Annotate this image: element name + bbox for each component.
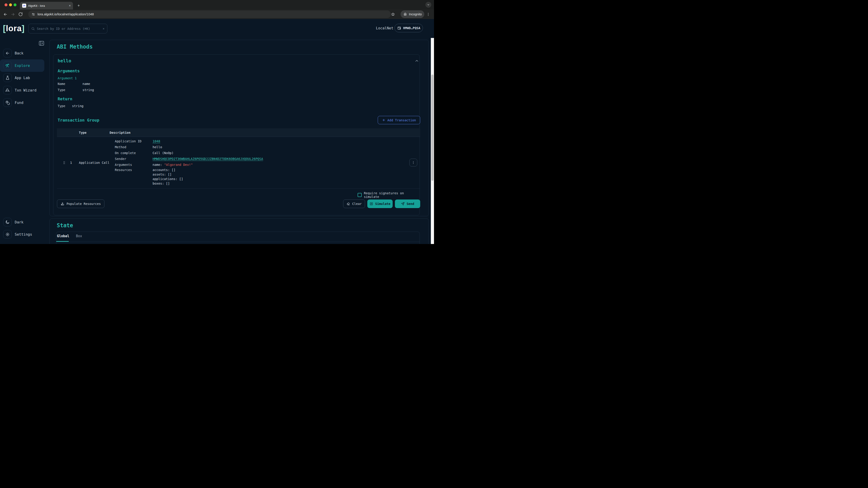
resources-boxes: boxes: [] (153, 181, 183, 186)
wallet-address-label: HMWD…PQSA (403, 26, 421, 30)
description-line: Sender HMWDSHQCOPD2T36WBAHLAZ6PO5GDJJZBN… (115, 156, 263, 162)
populate-resources-label: Populate Resources (66, 202, 101, 205)
sidebar-item-app-lab[interactable]: App Lab (3, 73, 30, 82)
clear-button[interactable]: Clear (343, 199, 365, 208)
browser-tab[interactable]: ak AlgoKit - lora × (20, 2, 73, 9)
argument-row: Type string (58, 88, 94, 92)
row-type: Application Call (79, 161, 110, 164)
reload-button[interactable] (17, 10, 24, 18)
abi-methods-section: ABI Methods hello Arguments Argument 1 N… (50, 40, 429, 216)
global-search[interactable]: ✕ (28, 24, 107, 33)
state-tabs-card: Global Box (56, 232, 420, 244)
drag-handle[interactable] (62, 160, 66, 165)
abi-methods-title: ABI Methods (57, 43, 93, 50)
sender-address-link[interactable]: HMWDSHQCOPD2T36WBAHLAZ6PO5GDJJZBN4D2TODK… (153, 157, 263, 161)
gear-icon (3, 230, 12, 238)
column-header-type: Type (79, 131, 87, 134)
arguments-key: name: (153, 163, 162, 166)
app-id-link[interactable]: 1048 (153, 139, 160, 143)
search-input[interactable] (37, 27, 101, 31)
panel-collapse-icon (38, 40, 44, 46)
wizard-hat-icon (3, 86, 12, 94)
transaction-table: Type Description 1 Application Call Appl… (57, 128, 420, 189)
populate-resources-button[interactable]: Populate Resources (57, 199, 104, 208)
tab-global[interactable]: Global (57, 234, 69, 238)
sidebar-item-fund[interactable]: Fund (3, 98, 24, 107)
arguments-string-value: "Algorand Dev!" (164, 163, 193, 166)
sidebar-item-label: Settings (15, 232, 32, 236)
chevron-up-icon (414, 59, 419, 63)
return-row: Type string (58, 104, 84, 108)
forward-arrow-icon (11, 12, 16, 17)
window-close-button[interactable] (4, 3, 7, 6)
resources-list: accounts: [] assets: [] applications: []… (153, 168, 183, 186)
app-id-label: Application ID (115, 139, 153, 143)
argument-name-label: Name (58, 82, 83, 86)
description-line: Arguments name: "Algorand Dev!" (115, 162, 263, 168)
download-icon (61, 202, 64, 206)
forward-button[interactable] (9, 10, 17, 18)
eraser-icon (346, 202, 350, 205)
method-collapse-button[interactable] (414, 59, 419, 63)
browser-menu-button[interactable] (424, 10, 432, 18)
arguments-title: Arguments (58, 68, 80, 73)
url-bar[interactable]: lora.algokit.io/localnet/application/104… (28, 10, 391, 18)
argument-type-value: string (83, 88, 94, 92)
method-label: Method (115, 145, 153, 149)
tab-search-button[interactable] (426, 2, 431, 8)
sidebar-item-txn-wizard[interactable]: Txn Wizard (3, 86, 36, 94)
sidebar-item-back[interactable]: Back (3, 49, 24, 57)
transaction-group-title: Transaction Group (58, 118, 99, 123)
add-transaction-button[interactable]: Add Transaction (378, 116, 420, 124)
send-icon (401, 202, 405, 205)
on-complete-value: Call (NoOp) (153, 151, 174, 155)
require-signatures-checkbox[interactable] (358, 193, 362, 197)
logo-bracket: ] (22, 24, 25, 33)
browser-tab-bar: ak AlgoKit - lora × + (0, 0, 434, 9)
coins-icon (3, 98, 12, 107)
sidebar-item-label: Explore (15, 64, 30, 68)
sidebar-collapse-button[interactable] (38, 40, 44, 46)
site-settings-icon[interactable] (31, 12, 35, 16)
sidebar-item-label: Txn Wizard (15, 88, 36, 92)
favicon: ak (22, 4, 26, 8)
simulate-button[interactable]: Simulate (367, 199, 393, 208)
sidebar-item-explore[interactable]: Explore (3, 61, 30, 70)
telescope-icon (3, 61, 12, 70)
lora-logo[interactable]: [lora] (3, 24, 25, 33)
scrollbar-thumb[interactable] (431, 74, 434, 181)
window-minimize-button[interactable] (9, 3, 12, 6)
logo-bracket: [ (3, 24, 6, 33)
logo-text: lora (6, 24, 22, 33)
incognito-label: Incognito (409, 12, 422, 16)
play-square-icon (370, 202, 373, 205)
arrow-left-icon (3, 49, 12, 57)
return-type-label: Type (58, 104, 65, 108)
grip-dots-icon (62, 160, 66, 165)
resources-accounts: accounts: [] (153, 168, 183, 172)
bookmark-star-button[interactable] (389, 10, 397, 18)
tab-close-icon[interactable]: × (69, 4, 71, 7)
arguments-label: Arguments (115, 163, 153, 166)
theme-toggle[interactable]: Dark (3, 218, 24, 226)
state-section: State Global Box (50, 219, 429, 244)
wallet-button[interactable]: HMWD…PQSA (395, 24, 423, 32)
wallet-icon (397, 26, 401, 30)
method-value: hello (153, 145, 162, 149)
moon-icon (3, 218, 12, 226)
return-type-value: string (72, 104, 84, 108)
tab-title: AlgoKit - lora (28, 4, 67, 7)
new-tab-button[interactable]: + (76, 3, 81, 8)
row-menu-button[interactable] (409, 159, 417, 166)
sidebar-item-settings[interactable]: Settings (3, 230, 32, 238)
back-button[interactable] (1, 10, 9, 18)
method-card: hello Arguments Argument 1 Name name Typ… (53, 55, 420, 215)
scrollbar-track[interactable] (431, 38, 434, 244)
search-clear-icon[interactable]: ✕ (103, 27, 104, 30)
argument-type-label: Type (58, 88, 83, 92)
sender-label: Sender (115, 157, 153, 161)
network-label[interactable]: LocalNet (376, 26, 393, 30)
send-button[interactable]: Send (395, 199, 420, 208)
tab-box[interactable]: Box (76, 234, 82, 238)
window-maximize-button[interactable] (13, 3, 17, 6)
